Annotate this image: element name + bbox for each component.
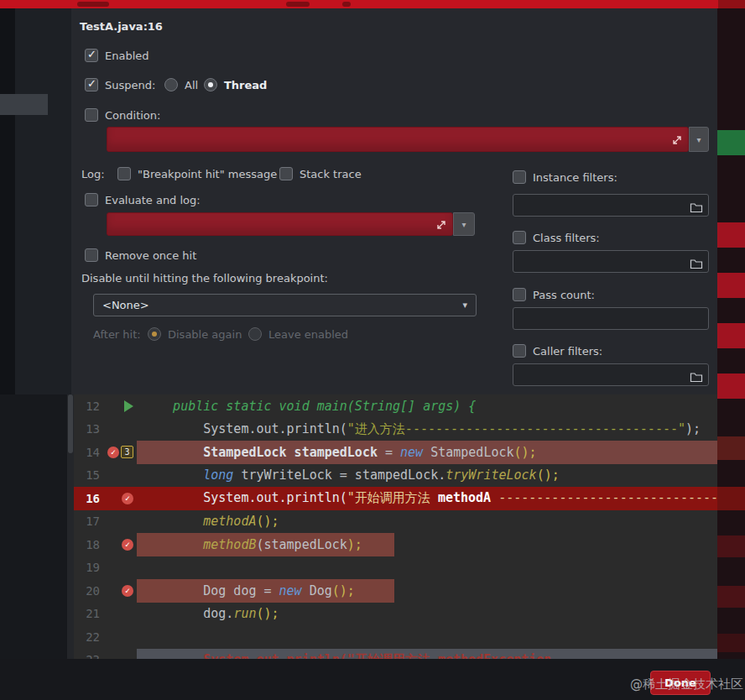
line-number[interactable]: 18: [71, 538, 100, 551]
sidebar-lower-panel: [0, 394, 71, 659]
instance-filters-checkbox[interactable]: [513, 170, 526, 184]
titlebar-tab[interactable]: [286, 2, 310, 7]
disable-until-label: Disable until hitting the following brea…: [81, 272, 328, 285]
chevron-down-icon: ▾: [462, 300, 467, 311]
leave-enabled-label[interactable]: Leave enabled: [268, 328, 348, 341]
condition-label[interactable]: Condition:: [105, 109, 160, 122]
condition-input[interactable]: [107, 127, 689, 152]
line-number[interactable]: 15: [71, 468, 100, 482]
disable-until-value: <None>: [102, 299, 149, 311]
code-line-19: 19: [71, 556, 717, 580]
code-text: dog.run();: [137, 606, 279, 621]
stripe-mark-dark: [717, 436, 745, 460]
breakpoint-settings-dialog: TestA.java:16 Enabled Suspend: All Threa…: [71, 8, 717, 394]
expand-icon[interactable]: [671, 133, 683, 145]
code-text: StampedLock stampedLock = new StampedLoc…: [137, 445, 537, 460]
leave-enabled-option: Leave enabled: [248, 326, 348, 342]
suspend-all-label[interactable]: All: [185, 79, 198, 91]
class-filters-option: Class filters:: [513, 230, 600, 245]
code-line-14: 143 StampedLock stampedLock = new Stampe…: [71, 441, 717, 464]
right-error-stripe: [717, 8, 745, 700]
line-number[interactable]: 17: [71, 515, 100, 528]
remove-once-hit-checkbox[interactable]: [85, 248, 98, 262]
suspend-all-option: All: [164, 77, 198, 92]
suspend-all-radio[interactable]: [164, 78, 178, 91]
leave-enabled-radio[interactable]: [248, 327, 262, 341]
folder-icon[interactable]: [690, 369, 703, 380]
titlebar-tab[interactable]: [77, 2, 109, 7]
pass-count-checkbox[interactable]: [513, 288, 526, 301]
stack-trace-checkbox[interactable]: [279, 167, 293, 180]
app-window: TestA.java:16 Enabled Suspend: All Threa…: [0, 0, 745, 700]
suspend-checkbox[interactable]: [85, 78, 98, 91]
pass-count-label[interactable]: Pass count:: [533, 289, 595, 301]
evaluate-dropdown-button[interactable]: ▾: [453, 212, 475, 236]
code-line-13: 13 System.out.println("进入方法-------------…: [71, 418, 717, 441]
disable-again-label[interactable]: Disable again: [168, 328, 242, 341]
code-text: System.out.println("开始调用方法 methodExcepti…: [137, 652, 703, 659]
caller-filters-label[interactable]: Caller filters:: [533, 345, 602, 358]
stripe-mark-dark: [717, 634, 745, 652]
code-text: long tryWriteLock = stampedLock.tryWrite…: [137, 468, 560, 483]
instance-filters-option: Instance filters:: [513, 170, 617, 185]
line-number[interactable]: 21: [71, 607, 100, 620]
breakpoint-hit-message-label[interactable]: "Breakpoint hit" message: [138, 168, 277, 180]
line-number[interactable]: 23: [71, 653, 100, 659]
folder-icon[interactable]: [690, 200, 703, 211]
class-filters-label[interactable]: Class filters:: [533, 232, 600, 244]
disable-until-dropdown[interactable]: <None> ▾: [93, 294, 477, 316]
suspend-thread-label[interactable]: Thread: [224, 79, 267, 91]
gutter-icons: [100, 539, 137, 551]
breakpoint-count-badge[interactable]: 3: [121, 446, 133, 458]
folder-icon[interactable]: [690, 256, 703, 267]
suspend-thread-option: Thread: [204, 77, 267, 92]
breakpoint-icon[interactable]: [122, 585, 133, 597]
stack-trace-label[interactable]: Stack trace: [300, 168, 362, 180]
titlebar-icon: [342, 2, 351, 7]
caller-filters-checkbox[interactable]: [513, 344, 526, 358]
evaluate-label[interactable]: Evaluate and log:: [105, 194, 201, 206]
suspend-thread-radio[interactable]: [204, 78, 217, 91]
line-number[interactable]: 13: [71, 422, 100, 436]
code-line-23: 23 System.out.println("开始调用方法 methodExce…: [71, 649, 717, 660]
disable-again-radio[interactable]: [148, 327, 161, 341]
pass-count-input[interactable]: [513, 307, 709, 330]
stripe-mark-red: [717, 323, 745, 348]
line-number[interactable]: 16: [71, 492, 100, 505]
line-number[interactable]: 20: [71, 584, 100, 598]
enabled-label[interactable]: Enabled: [105, 50, 149, 62]
stack-trace-option: Stack trace: [279, 166, 362, 181]
suspend-label[interactable]: Suspend:: [105, 79, 155, 91]
run-arrow-icon[interactable]: [124, 400, 133, 412]
remove-once-hit-row: Remove once hit: [85, 248, 196, 263]
line-number[interactable]: 22: [71, 630, 100, 644]
line-number[interactable]: 19: [71, 561, 100, 574]
breakpoint-icon[interactable]: [122, 539, 133, 551]
stripe-mark-red: [717, 273, 745, 298]
enabled-row: Enabled: [85, 48, 149, 63]
code-line-20: 20 Dog dog = new Dog();: [71, 579, 717, 603]
evaluate-checkbox[interactable]: [85, 193, 98, 206]
sidebar-selected-item[interactable]: [0, 94, 48, 115]
code-text: public static void main(String[] args) {: [137, 399, 476, 414]
class-filters-checkbox[interactable]: [513, 231, 526, 244]
instance-filters-input[interactable]: [513, 194, 709, 217]
code-line-16: 16 System.out.println("开始调用方法 methodA --…: [71, 487, 717, 510]
expand-icon[interactable]: [435, 218, 447, 230]
evaluate-input[interactable]: [107, 212, 453, 236]
log-label: Log:: [81, 168, 105, 180]
enabled-checkbox[interactable]: [85, 49, 98, 62]
breakpoint-icon[interactable]: [122, 493, 133, 504]
instance-filters-label[interactable]: Instance filters:: [533, 171, 617, 184]
breakpoint-hit-message-checkbox[interactable]: [117, 167, 131, 180]
code-text: methodB(stampedLock);: [137, 537, 362, 552]
condition-dropdown-button[interactable]: ▾: [689, 127, 709, 152]
line-number[interactable]: 14: [71, 446, 100, 459]
line-number[interactable]: 12: [71, 400, 100, 413]
breakpoint-icon[interactable]: [107, 447, 119, 458]
condition-checkbox[interactable]: [85, 108, 98, 122]
class-filters-input[interactable]: [513, 250, 709, 273]
code-line-15: 15 long tryWriteLock = stampedLock.tryWr…: [71, 464, 717, 488]
caller-filters-input[interactable]: [513, 363, 709, 386]
remove-once-hit-label[interactable]: Remove once hit: [105, 249, 196, 262]
